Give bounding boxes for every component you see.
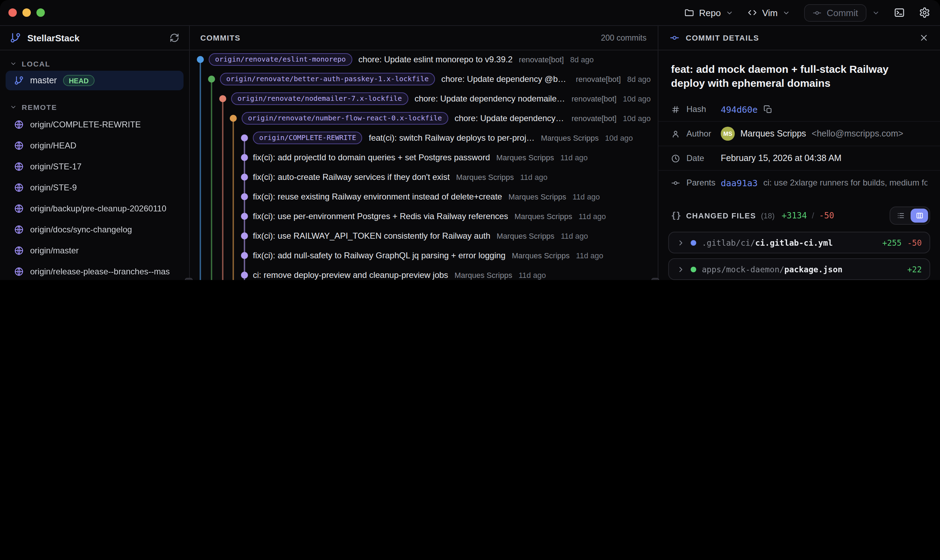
chevron-down-icon[interactable] <box>872 9 880 17</box>
commit-row[interactable]: fix(ci): use per-environment Postgres + … <box>189 206 658 226</box>
file-additions: +22 <box>907 264 922 274</box>
settings-button[interactable] <box>919 7 930 18</box>
editor-menu[interactable]: Vim <box>747 7 790 18</box>
section-header-local[interactable]: LOCAL <box>0 57 189 71</box>
sidebar-remote-branch[interactable]: origin/docs/sync-changelog <box>0 219 189 240</box>
commit-branch-badge[interactable]: origin/COMPLETE-REWRITE <box>253 132 362 144</box>
commit-dot <box>197 56 204 63</box>
commit-branch-badge[interactable]: origin/renovate/number-flow-react-0.x-lo… <box>242 112 448 125</box>
terminal-button[interactable] <box>894 7 905 18</box>
folder-icon <box>684 8 694 17</box>
commit-message: chore: Update eslint monorepo to v9.39.2 <box>358 55 512 65</box>
zoom-window-button[interactable] <box>36 8 45 17</box>
changed-files-header: {} CHANGED FILES (18) +3134 / -50 <box>658 205 940 226</box>
list-view-button[interactable] <box>892 209 909 223</box>
file-name: package.json <box>784 264 842 274</box>
file-name: ci.gitlab-ci.yml <box>755 238 833 248</box>
commit-author: Marques Scripps <box>541 134 598 142</box>
remote-section-label: REMOTE <box>22 103 57 111</box>
commit-time: 11d ago <box>561 232 588 240</box>
sidebar-remote-branch[interactable]: origin/backup/pre-cleanup-20260110 <box>0 198 189 219</box>
sidebar-remote-branch[interactable]: origin/master <box>0 240 189 261</box>
commit-dot <box>241 174 248 181</box>
repo-menu[interactable]: Repo <box>684 7 734 18</box>
sidebar-remote-branch[interactable]: origin/STE-17 <box>0 156 189 177</box>
title-bar: Repo Vim Commit <box>0 0 940 25</box>
commits-panel: COMMITS 200 commits origin/renovate/esli… <box>189 26 658 280</box>
commit-time: 11d ago <box>573 192 600 201</box>
hash-row: Hash 494d60e <box>658 97 940 121</box>
grid-view-button[interactable] <box>911 209 928 223</box>
chevron-down-icon <box>10 104 17 111</box>
commit-row[interactable]: ci: remove deploy-preview and cleanup-pr… <box>189 265 658 280</box>
commit-time: 8d ago <box>570 55 593 64</box>
sidebar-remote-branch[interactable]: origin/release-please--branches--mas <box>0 261 189 280</box>
file-deletions: -50 <box>907 238 922 248</box>
slash-separator: / <box>812 211 814 220</box>
sidebar-resize-handle[interactable] <box>185 278 193 280</box>
commit-author: Marques Scripps <box>515 212 572 220</box>
app-window: Repo Vim Commit <box>0 0 940 280</box>
chevron-down-icon <box>726 9 734 17</box>
sidebar-remote-branch[interactable]: origin/COMPLETE-REWRITE <box>0 114 189 135</box>
commit-row[interactable]: origin/COMPLETE-REWRITE feat(ci): switch… <box>189 128 658 148</box>
globe-icon <box>14 183 24 192</box>
commit-row[interactable]: origin/renovate/nodemailer-7.x-lockfile … <box>189 89 658 109</box>
globe-icon <box>14 120 24 129</box>
close-details-button[interactable] <box>919 33 929 43</box>
commit-branch-badge[interactable]: origin/renovate/eslint-monorepo <box>209 53 352 66</box>
branch-name: master <box>30 75 57 85</box>
author-avatar: MS <box>721 127 735 141</box>
close-window-button[interactable] <box>8 8 17 17</box>
commit-row[interactable]: fix(ci): add projectId to domain queries… <box>189 148 658 167</box>
commit-row[interactable]: fix(ci): auto-create Railway services if… <box>189 167 658 187</box>
commit-hash-link[interactable]: 494d60e <box>721 104 758 114</box>
file-status-dot <box>690 240 696 245</box>
copy-hash-button[interactable] <box>763 105 772 114</box>
sidebar-remote-branch[interactable]: origin/STE-9 <box>0 177 189 198</box>
details-resize-handle[interactable] <box>652 278 659 280</box>
commit-dot <box>241 213 248 220</box>
commit-time: 11d ago <box>519 271 546 279</box>
globe-icon <box>14 225 24 234</box>
changed-file-row[interactable]: .gitlab/ci/ci.gitlab-ci.yml +255 -50 <box>668 232 930 254</box>
file-additions: +255 <box>882 238 901 248</box>
commit-message: fix(ci): auto-create Railway services if… <box>253 172 450 182</box>
sidebar-branch-master[interactable]: master HEAD <box>6 71 183 90</box>
commit-time: 10d ago <box>605 134 633 142</box>
commit-branch-badge[interactable]: origin/renovate/nodemailer-7.x-lockfile <box>231 92 408 105</box>
commits-panel-title: COMMITS <box>200 34 240 42</box>
commit-row[interactable]: origin/renovate/eslint-monorepo chore: U… <box>189 50 658 69</box>
head-badge: HEAD <box>63 75 94 86</box>
local-section-label: LOCAL <box>22 60 51 68</box>
chevron-down-icon <box>783 9 790 17</box>
commit-branch-badge[interactable]: origin/renovate/better-auth-passkey-1.x-… <box>220 73 435 85</box>
chevron-right-icon <box>676 238 685 247</box>
author-email: <hello@mscripps.com> <box>812 129 904 138</box>
section-header-remote[interactable]: REMOTE <box>0 100 189 114</box>
total-additions: +3134 <box>782 211 807 220</box>
parent-hash-link[interactable]: daa91a3 <box>721 177 758 188</box>
commit-row[interactable]: fix(ci): add null-safety to Railway Grap… <box>189 246 658 265</box>
refresh-button[interactable] <box>170 33 179 43</box>
editor-menu-label: Vim <box>762 7 778 18</box>
commit-time: 11d ago <box>579 212 606 220</box>
changed-file-row[interactable]: apps/mock-daemon/package.json +22 <box>668 258 930 280</box>
commit-dot <box>241 193 248 200</box>
parent-message: ci: use 2xlarge runners for builds, medi… <box>763 178 928 188</box>
commit-button[interactable]: Commit <box>804 4 866 22</box>
commit-message: fix(ci): reuse existing Railway environm… <box>253 192 502 202</box>
commit-time: 8d ago <box>627 75 651 83</box>
file-status-dot <box>690 266 696 272</box>
sidebar-remote-branch[interactable]: origin/HEAD <box>0 135 189 156</box>
commit-author: Marques Scripps <box>456 173 514 181</box>
commit-button-label: Commit <box>826 7 858 18</box>
commit-row[interactable]: fix(ci): use RAILWAY_API_TOKEN consisten… <box>189 226 658 246</box>
commit-dot <box>241 252 248 259</box>
commit-row[interactable]: origin/renovate/number-flow-react-0.x-lo… <box>189 109 658 128</box>
repo-menu-label: Repo <box>699 7 721 18</box>
minimize-window-button[interactable] <box>22 8 31 17</box>
commit-author: renovate[bot] <box>576 75 621 83</box>
commit-row[interactable]: fix(ci): reuse existing Railway environm… <box>189 187 658 206</box>
commit-row[interactable]: origin/renovate/better-auth-passkey-1.x-… <box>189 69 658 89</box>
